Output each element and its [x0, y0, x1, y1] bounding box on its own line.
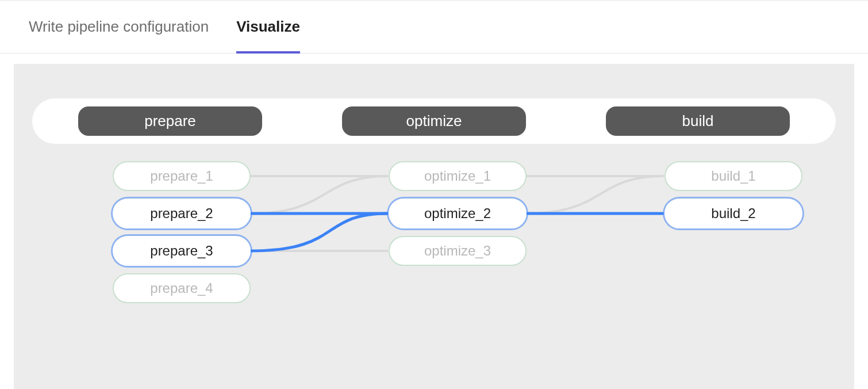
node-prepare-4[interactable]: prepare_4 — [113, 273, 251, 303]
node-build-1[interactable]: build_1 — [665, 161, 802, 191]
node-prepare-2[interactable]: prepare_2 — [113, 199, 251, 228]
stage-header-optimize[interactable]: optimize — [342, 106, 526, 136]
node-optimize-2[interactable]: optimize_2 — [389, 199, 527, 228]
conn-prepare3-optimize2 — [250, 213, 388, 251]
pipeline-canvas: prepare optimize build prepare_1 prepare… — [14, 64, 854, 389]
stage-header-prepare[interactable]: prepare — [78, 106, 262, 136]
graph-area: prepare_1 prepare_2 prepare_3 prepare_4 … — [32, 161, 836, 345]
node-optimize-3[interactable]: optimize_3 — [389, 236, 527, 266]
node-prepare-1[interactable]: prepare_1 — [113, 161, 251, 191]
node-build-2[interactable]: build_2 — [665, 199, 802, 228]
stage-header-bar: prepare optimize build — [32, 98, 836, 144]
tab-visualize[interactable]: Visualize — [236, 18, 300, 53]
tab-write-pipeline[interactable]: Write pipeline configuration — [29, 18, 209, 53]
stage-header-build[interactable]: build — [606, 106, 790, 136]
conn-prepare2-optimize1 — [250, 176, 388, 213]
tab-bar: Write pipeline configuration Visualize — [0, 1, 868, 54]
node-optimize-1[interactable]: optimize_1 — [389, 161, 527, 191]
node-prepare-3[interactable]: prepare_3 — [113, 236, 251, 266]
conn-optimize2-build1 — [526, 176, 664, 213]
